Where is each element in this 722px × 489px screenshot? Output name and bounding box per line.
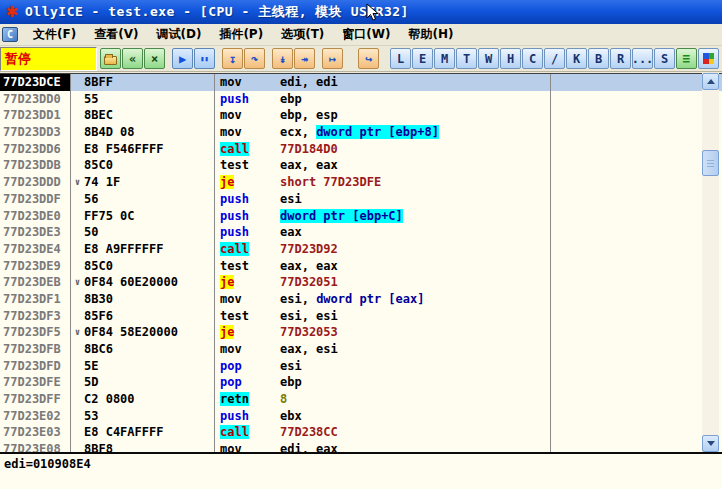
opcode-bytes: 85C0 [84, 157, 113, 174]
menu-item-3[interactable]: 插件(P) [210, 24, 272, 45]
comment-cell [551, 291, 722, 308]
disasm-row[interactable]: 77D23DE985C0testeax, eax [0, 258, 722, 275]
open-executables-window-button[interactable]: E [412, 48, 433, 69]
open-source-window-button[interactable]: S [654, 48, 675, 69]
close-program-icon: × [151, 52, 158, 66]
disasm-row[interactable]: 77D23DE350pusheax [0, 224, 722, 241]
disasm-row[interactable]: 77D23DE4E8 A9FFFFFFcall77D23D92 [0, 241, 722, 258]
restart-button[interactable]: « [122, 48, 143, 69]
instruction-cell: movebp, esp [215, 107, 551, 124]
open-memory-window-button[interactable]: M [434, 48, 455, 69]
opcode-bytes: 8B4D 08 [84, 124, 135, 141]
menu-item-1[interactable]: 查看(V) [85, 24, 147, 45]
appearance-list-button[interactable]: ≡ [676, 48, 697, 69]
mnemonic: push [220, 191, 280, 208]
bytes-cell: 8B4D 08 [71, 124, 215, 141]
operand: dword ptr [eax] [316, 292, 424, 306]
restart-icon: « [129, 52, 136, 66]
cpu-window-icon[interactable]: C [2, 27, 18, 42]
bytes-cell: ∨0F84 60E20000 [71, 274, 215, 291]
up-arrow-icon [707, 79, 715, 84]
instruction-cell: popesi [215, 358, 551, 375]
animate-over-button[interactable]: ↠ [294, 48, 315, 69]
open-log-window-button[interactable]: L [390, 48, 411, 69]
disasm-row[interactable]: 77D23DF385F6testesi, esi [0, 308, 722, 325]
menu-item-6[interactable]: 帮助(H) [400, 24, 463, 45]
disasm-row[interactable]: 77D23E03E8 C4FAFFFFcall77D238CC [0, 424, 722, 441]
disasm-row[interactable]: 77D23DEB∨0F84 60E20000je77D32051 [0, 274, 722, 291]
comment-cell [551, 424, 722, 441]
mnemonic: pop [220, 358, 280, 375]
disasm-row[interactable]: 77D23DFD5Epopesi [0, 358, 722, 375]
open-windows-window-button[interactable]: W [478, 48, 499, 69]
scrollbar-thumb[interactable] [702, 150, 719, 176]
instruction-cell: popebp [215, 374, 551, 391]
vertical-scrollbar[interactable] [702, 73, 719, 452]
disasm-row[interactable]: 77D23E088BF8movedi, eax [0, 441, 722, 452]
menu-item-2[interactable]: 调试(D) [147, 24, 210, 45]
instruction-cell: testesi, esi [215, 308, 551, 325]
opcode-bytes: 53 [84, 408, 98, 425]
open-cpu-window-button[interactable]: C [522, 48, 543, 69]
go-to-address-button[interactable]: ↪ [358, 48, 379, 69]
open-handles-window-button[interactable]: H [500, 48, 521, 69]
colors-options-button[interactable] [698, 48, 719, 69]
info-pane: edi=010908E4 [0, 452, 722, 489]
menu-item-4[interactable]: 选项(T) [272, 24, 333, 45]
execute-till-return-button[interactable]: ↦ [322, 48, 343, 69]
pause-button[interactable]: ▮▮ [194, 48, 215, 69]
opcode-bytes: 0F84 58E20000 [84, 324, 178, 341]
run-button[interactable]: ▶ [172, 48, 193, 69]
disasm-row[interactable]: 77D23DFE5Dpopebp [0, 374, 722, 391]
disasm-row[interactable]: 77D23DFFC2 0800retn8 [0, 391, 722, 408]
menu-item-5[interactable]: 窗口(W) [333, 24, 399, 45]
open-threads-window-button[interactable]: T [456, 48, 477, 69]
open-runtrace-window-button[interactable]: ... [632, 48, 653, 69]
list-icon: ≡ [683, 51, 691, 66]
disasm-row[interactable]: 77D23DCE8BFFmovedi, edi [0, 74, 722, 91]
mnemonic: mov [220, 74, 280, 91]
address-cell: 77D23DF5 [0, 324, 71, 341]
open-patches-window-button[interactable]: / [544, 48, 565, 69]
step-over-button[interactable]: ↷ [244, 48, 265, 69]
disasm-row[interactable]: 77D23DDB85C0testeax, eax [0, 157, 722, 174]
scroll-down-button[interactable] [702, 435, 719, 452]
jump-direction-icon: ∨ [71, 174, 84, 191]
address-cell: 77D23E08 [0, 441, 71, 452]
address-cell: 77D23DFF [0, 391, 71, 408]
bytes-cell: 56 [71, 191, 215, 208]
jump-direction-icon [71, 408, 84, 425]
open-callstack-window-button[interactable]: K [566, 48, 587, 69]
close-program-button[interactable]: × [144, 48, 165, 69]
address-cell: 77D23E02 [0, 408, 71, 425]
animate-into-button[interactable]: ↡ [272, 48, 293, 69]
disasm-row[interactable]: 77D23DDF56pushesi [0, 191, 722, 208]
disasm-row[interactable]: 77D23DD38B4D 08movecx, dword ptr [ebp+8] [0, 124, 722, 141]
disasm-row[interactable]: 77D23DFB8BC6moveax, esi [0, 341, 722, 358]
disassembly-pane[interactable]: 77D23DCE8BFFmovedi, edi77D23DD055pushebp… [0, 73, 722, 452]
open-file-button[interactable] [100, 48, 121, 69]
disasm-row[interactable]: 77D23DF18B30movesi, dword ptr [eax] [0, 291, 722, 308]
disasm-row[interactable]: 77D23E0253pushebx [0, 408, 722, 425]
operand: dword ptr [ebp+8] [316, 125, 439, 139]
disasm-row[interactable]: 77D23DE0FF75 0Cpushdword ptr [ebp+C] [0, 208, 722, 225]
operand: edi, edi [280, 75, 338, 89]
disasm-row[interactable]: 77D23DD055pushebp [0, 91, 722, 108]
mnemonic: mov [220, 291, 280, 308]
open-breakpoints-window-button[interactable]: B [588, 48, 609, 69]
menu-item-0[interactable]: 文件(F) [24, 24, 85, 45]
jump-direction-icon [71, 424, 84, 441]
operand: eax, eax [280, 259, 338, 273]
opcode-bytes: 50 [84, 224, 98, 241]
address-cell: 77D23DD1 [0, 107, 71, 124]
disasm-row[interactable]: 77D23DD6E8 F546FFFFcall77D184D0 [0, 141, 722, 158]
scroll-up-button[interactable] [702, 73, 719, 90]
disasm-row[interactable]: 77D23DD18BECmovebp, esp [0, 107, 722, 124]
open-references-window-button[interactable]: R [610, 48, 631, 69]
comment-cell [551, 91, 722, 108]
step-into-button[interactable]: ↧ [222, 48, 243, 69]
disasm-row[interactable]: 77D23DDD∨74 1Fjeshort 77D23DFE [0, 174, 722, 191]
instruction-cell: call77D184D0 [215, 141, 551, 158]
mnemonic: call [220, 141, 280, 158]
disasm-row[interactable]: 77D23DF5∨0F84 58E20000je77D32053 [0, 324, 722, 341]
